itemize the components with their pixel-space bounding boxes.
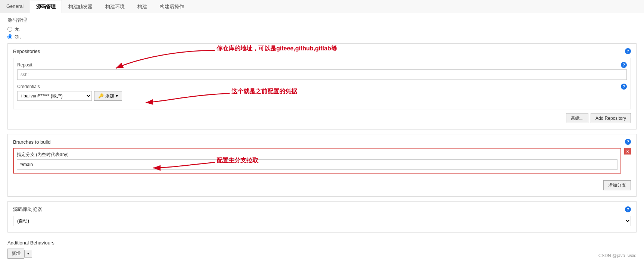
add-branch-button[interactable]: 增加分支 [603, 180, 631, 190]
add-credentials-button[interactable]: 🔑 添加 ▾ [94, 91, 122, 101]
repositories-help-icon[interactable]: ? [625, 48, 631, 54]
radio-none-label: 无 [15, 26, 19, 32]
watermark: CSDN @java_wxid [598, 253, 637, 258]
add-repository-button[interactable]: Add Repository [591, 113, 631, 123]
source-browser-section: 源码库浏览器 ? (自动) [7, 201, 637, 233]
radio-none[interactable]: 无 [7, 26, 637, 32]
source-browser-help-icon[interactable]: ? [625, 206, 631, 212]
tab-bar: General 源码管理 构建触发器 构建环境 构建 构建后操作 [0, 0, 644, 13]
radio-git-label: Git [15, 34, 21, 40]
new-btn-main[interactable]: 新增 [7, 249, 24, 259]
radio-group: 无 Git [7, 26, 637, 40]
branch-label-row: Branches to build ? [13, 139, 631, 145]
branch-input[interactable] [17, 159, 617, 170]
credentials-label: Credentials [17, 84, 40, 89]
tab-source[interactable]: 源码管理 [30, 0, 62, 13]
credentials-controls: i balivun/****** (账户) 🔑 添加 ▾ [17, 91, 627, 101]
radio-git-input[interactable] [7, 34, 12, 39]
new-btn-caret-icon[interactable]: ▾ [24, 250, 32, 258]
source-browser-label-row: 源码库浏览器 ? [13, 206, 631, 213]
credentials-select[interactable]: i balivun/****** (账户) [17, 91, 92, 101]
tab-general[interactable]: General [0, 0, 30, 13]
source-browser-label: 源码库浏览器 [13, 206, 42, 213]
new-btn-dropdown[interactable]: 新增 ▾ [7, 249, 637, 259]
source-browser-select[interactable]: (自动) [13, 216, 631, 226]
repo-url-input[interactable] [17, 69, 627, 80]
section-title: 源码管理 [7, 17, 637, 24]
repositories-label-row: Repositories ? [13, 48, 631, 54]
key-icon: 🔑 [98, 93, 104, 99]
advanced-button[interactable]: 高级... [566, 113, 588, 123]
action-buttons-row: 高级... Add Repository [13, 113, 631, 123]
add-dropdown-icon: ▾ [116, 93, 118, 99]
branch-entry: 指定分支 (为空时代表any) [13, 148, 621, 174]
main-content: 源码管理 无 Git Repositories ? Reposit ? [0, 13, 644, 262]
branches-help-icon[interactable]: ? [625, 139, 631, 145]
radio-git[interactable]: Git [7, 34, 637, 40]
credentials-help-icon[interactable]: ? [621, 84, 627, 90]
repo-url-input-wrapper [17, 69, 627, 80]
repositories-section: Repositories ? Reposit ? Credentials ? [7, 43, 637, 130]
repo-url-label-row: Reposit ? [17, 62, 627, 68]
tab-env[interactable]: 构建环境 [99, 0, 131, 13]
tab-post[interactable]: 构建后操作 [153, 0, 190, 13]
tab-trigger[interactable]: 构建触发器 [62, 0, 99, 13]
branches-label: Branches to build [13, 139, 50, 145]
credentials-row: Credentials ? i balivun/****** (账户) 🔑 添加… [17, 84, 627, 101]
radio-none-input[interactable] [7, 27, 12, 32]
tab-build[interactable]: 构建 [131, 0, 153, 13]
repositories-label: Repositories [13, 49, 40, 54]
additional-behaviours-section: Additional Behaviours 新增 ▾ [7, 237, 637, 262]
credentials-label-row: Credentials ? [17, 84, 627, 90]
repo-url-help-icon[interactable]: ? [621, 62, 627, 68]
repo-url-label: Reposit [17, 62, 32, 68]
additional-behaviours-label: Additional Behaviours [7, 240, 637, 246]
delete-branch-button[interactable]: x [624, 148, 631, 155]
branches-section: Branches to build ? 指定分支 (为空时代表any) x 增加… [7, 134, 637, 197]
add-credentials-label: 添加 [105, 93, 114, 99]
branch-field-label: 指定分支 (为空时代表any) [17, 152, 617, 158]
add-branch-btn-row: 增加分支 [13, 180, 631, 190]
